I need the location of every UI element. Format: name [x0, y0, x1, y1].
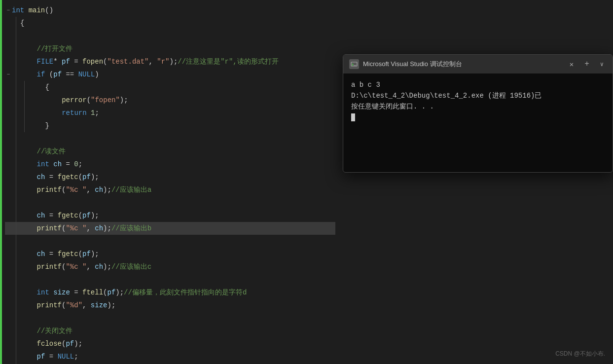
code-line-6: − if (pf == NULL) — [5, 68, 335, 81]
collapse-icon-28 — [5, 350, 12, 363]
code-text-6: if (pf == NULL) — [20, 68, 335, 81]
code-line-12: //读文件 — [5, 145, 335, 158]
indent-line-5 — [16, 55, 16, 68]
code-editor: − int main() { //打开文件 FILE* pf = fop — [0, 0, 335, 364]
code-line-2: { — [5, 17, 335, 30]
code-line-28: pf = NULL; — [5, 350, 335, 363]
indent-line-8a — [16, 94, 16, 107]
indent-line-4 — [16, 42, 16, 55]
indent-line-9b — [24, 107, 25, 119]
indent-line-7b — [24, 81, 25, 94]
code-text-28: pf = NULL; — [20, 350, 335, 363]
terminal-new-tab-button[interactable]: + — [580, 59, 593, 70]
collapse-icon-2 — [5, 17, 12, 30]
collapse-icon-10 — [5, 119, 12, 132]
collapse-icon-15 — [5, 183, 12, 196]
collapse-icon-6[interactable]: − — [5, 68, 12, 81]
collapse-icon-22 — [5, 273, 12, 286]
indent-line-12 — [16, 145, 16, 158]
indent-line-25 — [16, 312, 16, 325]
collapse-icon-27 — [5, 337, 12, 350]
terminal-close-button[interactable]: ✕ — [567, 59, 577, 70]
code-line-23: int size = ftell(pf);//偏移量，此刻文件指针指向的是字符d — [5, 286, 335, 299]
terminal-window: Microsoft Visual Studio 调试控制台 ✕ + ∨ a b … — [343, 54, 613, 173]
indent-line-14 — [16, 171, 16, 183]
indent-line-10a — [16, 119, 16, 132]
terminal-app-icon — [349, 59, 359, 69]
terminal-body: a b c 3 D:\c\test_4_2\Debug\test_4_2.exe… — [343, 73, 613, 172]
code-line-16 — [5, 196, 335, 209]
collapse-icon-4 — [5, 42, 12, 55]
code-line-14: ch = fgetc(pf); — [5, 171, 335, 183]
collapse-icon-23 — [5, 286, 12, 299]
indent-line-10b — [24, 119, 25, 132]
code-line-13: int ch = 0; — [5, 158, 335, 171]
collapse-icon-16 — [5, 196, 12, 209]
code-text-24: printf("%d", size); — [20, 299, 335, 312]
terminal-cursor-line — [351, 112, 605, 123]
code-text-17: ch = fgetc(pf); — [20, 209, 335, 222]
code-line-9: return 1; — [5, 107, 335, 119]
code-text-7: { — [29, 81, 335, 94]
indent-line-15 — [16, 183, 16, 196]
code-text-21: printf("%c ", ch);//应该输出c — [20, 260, 335, 273]
code-text-12: //读文件 — [20, 145, 335, 158]
indent-line-3 — [16, 30, 16, 42]
code-line-27: fclose(pf); — [5, 337, 335, 350]
indent-line-18 — [16, 222, 16, 235]
code-text-18: printf("%c ", ch);//应该输出b — [20, 222, 335, 235]
terminal-output-line-2: D:\c\test_4_2\Debug\test_4_2.exe (进程 195… — [351, 90, 605, 101]
code-line-11 — [5, 132, 335, 145]
code-text-10: } — [29, 119, 335, 132]
collapse-icon-5 — [5, 55, 12, 68]
indent-line-19 — [16, 235, 16, 248]
code-line-15: printf("%c ", ch);//应该输出a — [5, 183, 335, 196]
code-text-13: int ch = 0; — [20, 158, 335, 171]
code-text-11 — [20, 132, 335, 145]
indent-line-13 — [16, 158, 16, 171]
collapse-icon-1[interactable]: − — [5, 4, 12, 17]
code-text-19 — [20, 235, 335, 248]
collapse-icon-8 — [5, 94, 12, 107]
code-line-25 — [5, 312, 335, 325]
collapse-icon-18 — [5, 222, 12, 235]
collapse-icon-9 — [5, 107, 12, 119]
indent-line-20 — [16, 248, 16, 260]
indent-line-8b — [24, 94, 25, 107]
indent-line-21 — [16, 260, 16, 273]
code-line-17: ch = fgetc(pf); — [5, 209, 335, 222]
indent-line-2 — [16, 17, 16, 30]
collapse-icon-26 — [5, 325, 12, 337]
indent-line-11 — [16, 132, 16, 145]
terminal-chevron-button[interactable]: ∨ — [597, 60, 607, 69]
code-line-24: printf("%d", size); — [5, 299, 335, 312]
collapse-icon-7 — [5, 81, 12, 94]
code-content: − int main() { //打开文件 FILE* pf = fop — [0, 0, 335, 364]
collapse-icon-11 — [5, 132, 12, 145]
collapse-icon-13 — [5, 158, 12, 171]
code-text-27: fclose(pf); — [20, 337, 335, 350]
indent-line-17 — [16, 209, 16, 222]
code-text-22 — [20, 273, 335, 286]
collapse-icon-25 — [5, 312, 12, 325]
collapse-icon-14 — [5, 171, 12, 183]
code-text-1: int main() — [12, 4, 335, 17]
code-text-25 — [20, 312, 335, 325]
indent-line-28 — [16, 350, 16, 363]
collapse-icon-24 — [5, 299, 12, 312]
collapse-icon-20 — [5, 248, 12, 260]
indent-line-6 — [16, 68, 16, 81]
collapse-icon-12 — [5, 145, 12, 158]
indent-line-16 — [16, 196, 16, 209]
csdn-watermark: CSDN @不如小布. — [555, 350, 605, 358]
code-line-22 — [5, 273, 335, 286]
indent-line-9a — [16, 107, 16, 119]
code-line-7: { — [5, 81, 335, 94]
code-text-8: perror("fopen"); — [29, 94, 335, 107]
code-text-23: int size = ftell(pf);//偏移量，此刻文件指针指向的是字符d — [20, 286, 335, 299]
code-line-4: //打开文件 — [5, 42, 335, 55]
indent-line-22 — [16, 273, 16, 286]
code-text-2: { — [20, 17, 335, 30]
collapse-icon-19 — [5, 235, 12, 248]
collapse-icon-17 — [5, 209, 12, 222]
